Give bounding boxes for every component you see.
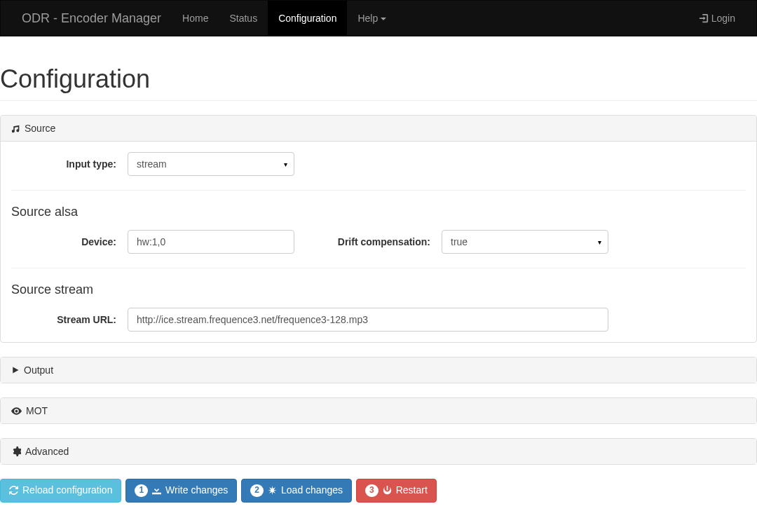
panel-advanced: Advanced [0, 438, 757, 465]
drift-label: Drift compensation: [294, 236, 442, 247]
eye-icon [11, 407, 22, 415]
login-icon [699, 13, 709, 23]
reload-configuration-button[interactable]: Reload configuration [0, 479, 121, 503]
input-type-select[interactable]: stream [128, 152, 294, 176]
panel-mot: MOT [0, 397, 757, 424]
divider [11, 268, 746, 268]
download-icon [152, 486, 161, 495]
device-label: Device: [11, 236, 128, 247]
nav-help[interactable]: Help [347, 1, 397, 36]
play-icon [11, 366, 20, 374]
navbar: ODR - Encoder Manager Home Status Config… [0, 0, 757, 36]
nav-help-label: Help [357, 13, 378, 24]
panel-advanced-title: Advanced [25, 446, 69, 457]
device-input[interactable] [128, 230, 294, 254]
input-type-label: Input type: [11, 158, 128, 170]
load-changes-button[interactable]: 2 Load changes [241, 479, 352, 503]
write-badge: 1 [135, 484, 148, 497]
page-header: Configuration [0, 36, 757, 101]
stream-url-input[interactable] [128, 308, 608, 332]
panel-source-heading[interactable]: Source [1, 116, 756, 142]
brand[interactable]: ODR - Encoder Manager [11, 2, 172, 35]
panel-output-title: Output [24, 364, 53, 376]
panel-source: Source Input type: stream Source alsa De… [0, 115, 757, 343]
action-button-row: Reload configuration 1 Write changes 2 L… [0, 479, 757, 503]
nav-login[interactable]: Login [688, 2, 746, 34]
reload-label: Reload configuration [22, 484, 112, 498]
nav-login-label: Login [711, 13, 735, 24]
panel-output-heading[interactable]: Output [1, 357, 756, 383]
panel-advanced-heading[interactable]: Advanced [1, 439, 756, 464]
restart-badge: 3 [365, 484, 378, 497]
write-label: Write changes [165, 484, 228, 498]
source-alsa-title: Source alsa [11, 205, 746, 219]
gear-icon [11, 446, 21, 456]
restart-button[interactable]: 3 Restart [356, 479, 437, 503]
load-badge: 2 [250, 484, 264, 497]
page-title: Configuration [0, 64, 757, 94]
asterisk-icon [268, 486, 277, 495]
nav-configuration[interactable]: Configuration [268, 1, 347, 36]
power-icon [383, 486, 392, 495]
stream-url-label: Stream URL: [11, 314, 128, 325]
panel-mot-title: MOT [26, 405, 48, 416]
nav-status[interactable]: Status [219, 1, 268, 36]
divider [11, 190, 746, 191]
nav-home[interactable]: Home [172, 1, 219, 36]
panel-output: Output [0, 357, 757, 383]
panel-source-title: Source [25, 123, 55, 134]
restart-label: Restart [396, 484, 428, 498]
music-icon [11, 124, 20, 133]
load-label: Load changes [281, 484, 343, 498]
caret-down-icon [381, 18, 386, 20]
source-stream-title: Source stream [11, 282, 746, 297]
panel-mot-heading[interactable]: MOT [1, 398, 756, 423]
drift-select[interactable]: true [442, 230, 608, 254]
write-changes-button[interactable]: 1 Write changes [125, 479, 237, 503]
refresh-icon [9, 486, 18, 495]
